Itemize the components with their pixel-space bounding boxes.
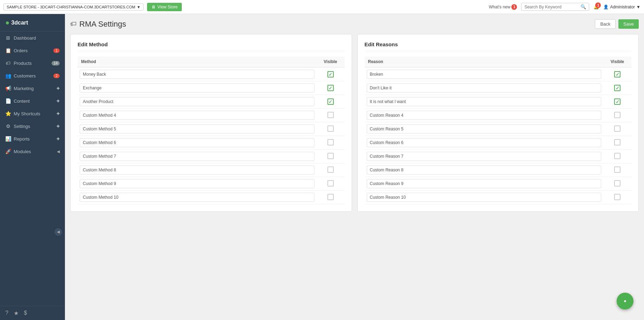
method-checkbox-1[interactable]	[327, 85, 334, 91]
user-menu[interactable]: 👤 Administrator ▼	[603, 5, 640, 9]
table-row	[365, 67, 632, 81]
edit-reasons-title: Edit Reasons	[365, 41, 632, 51]
reason-input-3[interactable]	[367, 111, 602, 120]
back-button[interactable]: Back	[595, 19, 616, 29]
method-checkbox-0[interactable]	[327, 71, 334, 77]
topbar: SAMPLE STORE - 3DCART-CHRISTIANNA-COM.3D…	[0, 0, 644, 14]
table-row	[365, 191, 632, 204]
reason-checkbox-7[interactable]	[614, 166, 620, 173]
reason-input-1[interactable]	[367, 83, 602, 93]
shortcuts-icon: ⭐	[5, 111, 11, 116]
table-row	[78, 191, 345, 204]
marketing-expand-icon: ✚	[57, 86, 60, 91]
table-row	[78, 122, 345, 136]
reason-input-5[interactable]	[367, 138, 602, 147]
method-input-7[interactable]	[80, 165, 314, 175]
method-checkbox-7[interactable]	[327, 166, 334, 173]
table-row	[365, 136, 632, 150]
reason-checkbox-3[interactable]	[614, 112, 620, 118]
reason-input-4[interactable]	[367, 124, 602, 134]
store-name-label: SAMPLE STORE - 3DCART-CHRISTIANNA-COM.3D…	[7, 5, 135, 9]
reason-checkbox-2[interactable]	[614, 98, 620, 105]
method-checkbox-4[interactable]	[327, 125, 334, 132]
content-expand-icon: ✚	[57, 99, 60, 103]
method-input-4[interactable]	[80, 124, 314, 134]
save-button[interactable]: Save	[618, 19, 639, 29]
reason-checkbox-8[interactable]	[614, 180, 620, 186]
method-checkbox-3[interactable]	[327, 112, 334, 118]
table-row	[78, 95, 345, 109]
sidebar-item-orders[interactable]: 📋 Orders 1	[0, 44, 65, 57]
method-input-9[interactable]	[80, 193, 314, 202]
method-checkbox-8[interactable]	[327, 180, 334, 186]
reason-input-2[interactable]	[367, 97, 602, 106]
method-checkbox-2[interactable]	[327, 98, 334, 105]
method-input-6[interactable]	[80, 152, 314, 161]
reason-input-8[interactable]	[367, 179, 602, 188]
monitor-icon: 🖥	[151, 5, 155, 9]
reasons-table: Reason Visible	[365, 56, 632, 204]
search-icon: 🔍	[580, 4, 586, 9]
reason-checkbox-1[interactable]	[614, 85, 620, 91]
reason-input-7[interactable]	[367, 165, 602, 175]
favorites-icon[interactable]: ★	[14, 310, 19, 316]
method-input-3[interactable]	[80, 111, 314, 120]
method-checkbox-5[interactable]	[327, 139, 334, 145]
user-icon: 👤	[603, 5, 609, 9]
sidebar-item-marketing[interactable]: 📢 Marketing ✚	[0, 82, 65, 95]
view-store-button[interactable]: 🖥 View Store	[147, 3, 182, 11]
reason-checkbox-4[interactable]	[614, 125, 620, 132]
sidebar: ● 3dcart ⊞ Dashboard 📋 Orders 1 🏷 Produc…	[0, 14, 65, 320]
method-checkbox-6[interactable]	[327, 153, 334, 159]
reason-input-9[interactable]	[367, 193, 602, 202]
reason-checkbox-6[interactable]	[614, 153, 620, 159]
table-row	[365, 81, 632, 95]
sidebar-item-content[interactable]: 📄 Content ✚	[0, 95, 65, 107]
table-row	[78, 67, 345, 81]
reason-checkbox-0[interactable]	[614, 71, 620, 77]
sidebar-logo: ● 3dcart	[0, 14, 65, 32]
method-input-5[interactable]	[80, 138, 314, 147]
search-input[interactable]	[524, 5, 580, 9]
help-icon[interactable]: ?	[5, 310, 8, 316]
reason-input-0[interactable]	[367, 70, 602, 79]
method-input-1[interactable]	[80, 83, 314, 93]
sidebar-item-customers[interactable]: 👥 Customers 2	[0, 69, 65, 82]
notification-icon[interactable]: 🔔 1	[593, 4, 599, 9]
reason-input-6[interactable]	[367, 152, 602, 161]
billing-icon[interactable]: $	[24, 310, 27, 316]
sidebar-item-dashboard[interactable]: ⊞ Dashboard	[0, 32, 65, 44]
modules-icon: 🚀	[5, 149, 11, 154]
method-input-8[interactable]	[80, 179, 314, 188]
method-table: Method Visible	[78, 56, 345, 204]
store-selector[interactable]: SAMPLE STORE - 3DCART-CHRISTIANNA-COM.3D…	[4, 4, 144, 11]
dropdown-icon: ▼	[137, 5, 141, 9]
reports-icon: 📊	[5, 136, 11, 142]
table-row	[365, 109, 632, 122]
sidebar-item-settings[interactable]: ⚙ Settings ✚	[0, 120, 65, 132]
fab-icon: •	[624, 297, 626, 305]
sidebar-collapse-area: ◀	[0, 226, 65, 238]
sidebar-bottom: ? ★ $	[0, 306, 65, 320]
method-input-2[interactable]	[80, 97, 314, 106]
table-row	[78, 109, 345, 122]
header-actions: Back Save	[595, 19, 639, 29]
method-col-header: Method	[78, 56, 317, 67]
sidebar-item-modules[interactable]: 🚀 Modules ◀	[0, 145, 65, 158]
method-checkbox-9[interactable]	[327, 194, 334, 200]
marketing-icon: 📢	[5, 86, 11, 91]
table-row	[78, 136, 345, 150]
reason-checkbox-5[interactable]	[614, 139, 620, 145]
sidebar-item-my-shortcuts[interactable]: ⭐ My Shortcuts ✚	[0, 107, 65, 120]
fab-button[interactable]: •	[617, 293, 633, 309]
rma-tag-icon: 🏷	[70, 20, 77, 28]
whats-new[interactable]: What's new 1	[489, 4, 517, 10]
table-row	[78, 150, 345, 163]
logo-icon: ●	[5, 19, 9, 27]
method-input-0[interactable]	[80, 70, 314, 79]
sidebar-collapse-button[interactable]: ◀	[54, 228, 62, 236]
sidebar-item-reports[interactable]: 📊 Reports ✚	[0, 132, 65, 145]
reason-checkbox-9[interactable]	[614, 194, 620, 200]
products-badge: 14	[52, 61, 60, 66]
sidebar-item-products[interactable]: 🏷 Products 14	[0, 57, 65, 69]
